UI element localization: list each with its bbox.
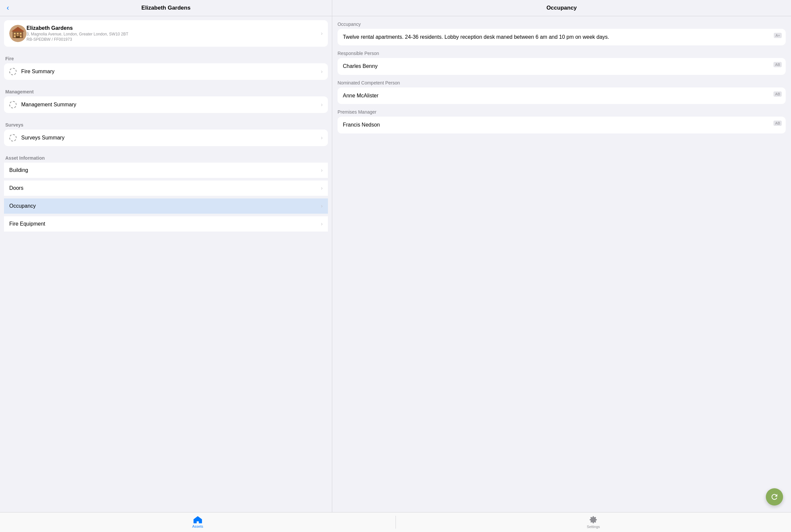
fire-menu-card: Fire Summary ›: [4, 63, 328, 80]
management-summary-chevron-icon: ›: [321, 102, 323, 108]
circle-dashed-icon: [9, 101, 17, 108]
occupancy-section-label: Occupancy: [337, 21, 786, 27]
back-button[interactable]: ‹: [5, 2, 10, 14]
svg-rect-7: [20, 35, 21, 37]
building-avatar: [9, 25, 26, 42]
occupancy-card: Twelve rental apartments. 24-36 resident…: [337, 29, 786, 45]
surveys-summary-label: Surveys Summary: [21, 135, 321, 141]
competent-person-badge[interactable]: AB: [773, 91, 782, 97]
responsible-person-label: Responsible Person: [337, 51, 786, 56]
tab-settings[interactable]: Settings: [396, 512, 791, 532]
svg-rect-4: [20, 33, 21, 35]
responsible-person-text: Charles Benny: [343, 63, 378, 69]
fire-summary-label: Fire Summary: [21, 69, 321, 75]
sidebar-item-surveys-summary[interactable]: Surveys Summary ›: [4, 130, 328, 146]
occupancy-edit-badge[interactable]: A+: [774, 33, 782, 38]
building-address: 3, Magnolia Avenue, London, Greater Lond…: [26, 32, 321, 36]
responsible-person-badge[interactable]: AB: [773, 62, 782, 67]
competent-person-text: Anne McAlister: [343, 93, 379, 98]
refresh-icon: [770, 493, 779, 501]
building-label: Building: [9, 167, 321, 173]
occupancy-chevron-icon: ›: [321, 203, 323, 209]
svg-rect-5: [14, 35, 16, 37]
competent-person-label: Nominated Competent Person: [337, 80, 786, 86]
section-label-asset-info: Asset Information: [4, 153, 328, 163]
management-menu-card: Management Summary ›: [4, 96, 328, 113]
sidebar-item-management-summary[interactable]: Management Summary ›: [4, 96, 328, 113]
right-panel: Occupancy Occupancy Twelve rental apartm…: [332, 0, 791, 512]
responsible-person-card: Charles Benny AB: [337, 58, 786, 75]
section-label-fire: Fire: [4, 53, 328, 63]
building-chevron-icon: ›: [321, 167, 323, 173]
surveys-summary-chevron-icon: ›: [321, 135, 323, 141]
building-card[interactable]: Elizabeth Gardens 3, Magnolia Avenue, Lo…: [4, 20, 328, 47]
doors-menu-card: Doors ›: [4, 180, 328, 196]
occupancy-text: Twelve rental apartments. 24-36 resident…: [343, 34, 609, 40]
premises-manager-badge[interactable]: AB: [773, 120, 782, 126]
right-panel-title: Occupancy: [546, 5, 577, 11]
sidebar-item-doors[interactable]: Doors ›: [4, 180, 328, 196]
right-content: Occupancy Twelve rental apartments. 24-3…: [332, 16, 791, 144]
gear-icon: [589, 516, 597, 524]
tab-assets-label: Assets: [192, 525, 203, 528]
section-label-management: Management: [4, 87, 328, 96]
left-panel-title: Elizabeth Gardens: [141, 5, 191, 11]
fire-equipment-label: Fire Equipment: [9, 221, 321, 227]
house-icon: [193, 516, 202, 524]
asset-info-section: Building › Doors › Occupancy ›: [4, 163, 328, 231]
sidebar-item-occupancy[interactable]: Occupancy ›: [4, 198, 328, 214]
doors-chevron-icon: ›: [321, 185, 323, 191]
building-code: RB-SPEDBW / FF001973: [26, 37, 321, 42]
left-content: Elizabeth Gardens 3, Magnolia Avenue, Lo…: [0, 16, 332, 512]
surveys-menu-card: Surveys Summary ›: [4, 130, 328, 146]
fire-summary-chevron-icon: ›: [321, 69, 323, 75]
premises-manager-card: Francis Nedson AB: [337, 117, 786, 133]
refresh-fab[interactable]: [766, 488, 783, 506]
circle-dashed-icon: [9, 134, 17, 141]
premises-manager-text: Francis Nedson: [343, 122, 380, 128]
svg-rect-2: [14, 33, 16, 35]
fire-equipment-chevron-icon: ›: [321, 221, 323, 227]
right-header: Occupancy: [332, 0, 791, 16]
building-menu-card: Building ›: [4, 163, 328, 178]
tab-assets[interactable]: Assets: [0, 512, 396, 532]
occupancy-label: Occupancy: [9, 203, 321, 209]
sidebar-item-fire-equipment[interactable]: Fire Equipment ›: [4, 216, 328, 231]
section-label-surveys: Surveys: [4, 119, 328, 130]
fire-equipment-menu-card: Fire Equipment ›: [4, 216, 328, 231]
building-info: Elizabeth Gardens 3, Magnolia Avenue, Lo…: [26, 25, 321, 42]
left-panel: ‹ Elizabeth Gardens: [0, 0, 332, 512]
svg-rect-9: [16, 36, 20, 38]
building-chevron-icon: ›: [321, 31, 323, 36]
management-summary-label: Management Summary: [21, 102, 321, 108]
left-header: ‹ Elizabeth Gardens: [0, 0, 332, 16]
tab-bar: Assets Settings: [0, 512, 791, 532]
premises-manager-label: Premises Manager: [337, 109, 786, 115]
tab-settings-label: Settings: [586, 525, 600, 529]
sidebar-item-building[interactable]: Building ›: [4, 163, 328, 178]
sidebar-item-fire-summary[interactable]: Fire Summary ›: [4, 63, 328, 80]
building-name: Elizabeth Gardens: [26, 25, 321, 31]
svg-rect-3: [17, 33, 19, 35]
doors-label: Doors: [9, 185, 321, 191]
occupancy-menu-card: Occupancy ›: [4, 198, 328, 214]
circle-dashed-icon: [9, 68, 17, 75]
competent-person-card: Anne McAlister AB: [337, 88, 786, 104]
